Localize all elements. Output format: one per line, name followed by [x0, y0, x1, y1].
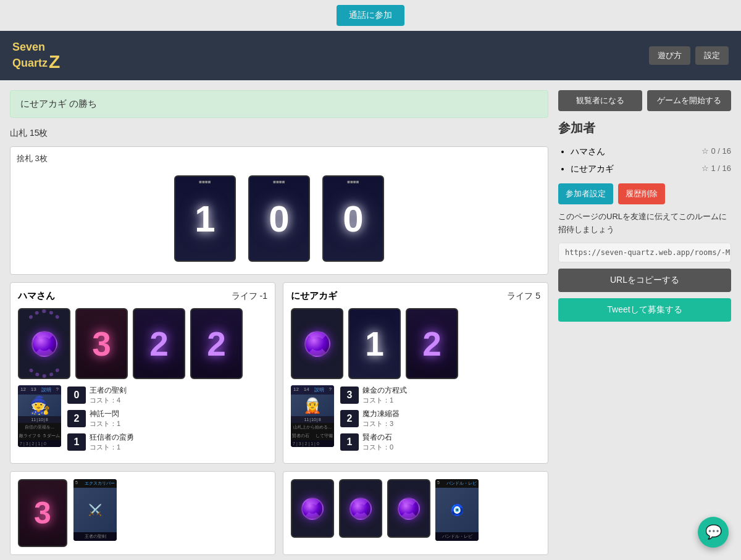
bottom-p2-skill-area: 5バンドル・レビ 🧿 バンドル・レビ — [435, 479, 540, 541]
chat-icon: 💬 — [705, 524, 722, 540]
p2-skill-3-name: 賢者の石 — [362, 432, 393, 443]
delete-history-button[interactable]: 履歴削除 — [618, 183, 665, 204]
player-1-card-2b: 2 — [190, 308, 243, 379]
p2-char-header: 1214説明? — [291, 385, 334, 395]
discard-card-2-value: 0 — [269, 198, 289, 240]
skill-2-cost-badge: 2 — [67, 410, 86, 427]
skill-item-3: 1 狂信者の蛮勇 コスト：1 — [67, 432, 267, 452]
bottom-p2-orb-1 — [291, 479, 334, 538]
p2-char-stats: 11| 10| 8 — [291, 416, 334, 423]
char-card-body: 🧙 — [18, 395, 61, 416]
skill-item-2: 2 神託一閃 コスト：1 — [67, 409, 267, 428]
game-area: にせアカギ の勝ち 山札 15枚 捨札 3枚 ■■■■ 1 ■■■■ 0 — [10, 90, 548, 555]
bottom-p2-skill-body: 🧿 — [435, 488, 479, 532]
discard-card-3-value: 0 — [343, 198, 363, 240]
player-1-char-card: 1213説明? 🧙 11| 10| 8 自信の至福を... 敵ライフ 65 ダ — [18, 385, 61, 447]
skill-1-cost-badge: 0 — [67, 387, 86, 404]
discard-card-1: ■■■■ 1 — [174, 175, 236, 262]
logo-text: Seven Quartz Z — [12, 41, 60, 70]
spectate-button[interactable]: 観覧者になる — [558, 90, 642, 111]
p2-char-numbers: 7| 3| 2| 1| 0 — [291, 440, 334, 447]
tweet-button[interactable]: Tweetして募集する — [558, 298, 731, 322]
p2-char-bottom: 賢者の石して守備 — [291, 432, 334, 440]
header: Seven Quartz Z 遊び方 設定 — [0, 31, 741, 80]
p2-skill-3-info: 賢者の石 コスト：0 — [362, 432, 393, 452]
players-grid: ハマさん ライフ -1 3 2 — [10, 282, 548, 464]
skill-2-name: 神託一閃 — [90, 409, 120, 419]
player-1-name: ハマさん — [18, 290, 55, 302]
player-2-card-1: 1 — [348, 308, 401, 379]
char-illustration: 🧙 — [18, 395, 61, 416]
player-2-skills-area: 1214説明? 🧝 11| 10| 8 山札上から始める... 賢者の石して守 — [291, 385, 540, 456]
player-2-cards: 1 2 — [291, 308, 540, 379]
discard-card-1-value: 1 — [195, 198, 215, 240]
top-bar: 通話に参加 — [0, 0, 741, 31]
sidebar-top-buttons: 観覧者になる ゲームを開始する — [558, 90, 731, 111]
skill-3-cost: コスト：1 — [90, 443, 134, 452]
p2-char-body: 🧝 — [291, 395, 334, 416]
bottom-skill-header: 5エクスカリバー — [73, 479, 117, 488]
p2-skill-2-cost: コスト：3 — [362, 419, 400, 428]
char-card-footer: 自信の至福を... — [18, 423, 61, 432]
participant-settings-button[interactable]: 参加者設定 — [558, 183, 613, 204]
skill-2-cost: コスト：1 — [90, 419, 120, 428]
win-notice: にせアカギ の勝ち — [10, 90, 548, 118]
player-2-name: にせアカギ — [291, 290, 337, 302]
start-game-button[interactable]: ゲームを開始する — [647, 90, 731, 111]
p2-skill-1-info: 錬金の方程式 コスト：1 — [362, 385, 407, 405]
p2-skill-item-2: 2 魔力凍縮器 コスト：3 — [340, 409, 540, 428]
logo: Seven Quartz Z — [12, 41, 60, 70]
player-2-char-card: 1214説明? 🧝 11| 10| 8 山札上から始める... 賢者の石して守 — [291, 385, 334, 447]
player-1-life: ライフ -1 — [232, 291, 267, 302]
player-section-1: ハマさん ライフ -1 3 2 — [10, 282, 275, 464]
char-card-header: 1213説明? — [18, 385, 61, 395]
settings-button[interactable]: 設定 — [695, 46, 729, 65]
bottom-p1-content: 3 5エクスカリバー ⚔️ 王者の聖剣 — [18, 479, 267, 547]
discard-card-2: ■■■■ 0 — [248, 175, 310, 262]
header-nav: 遊び方 設定 — [649, 46, 729, 65]
char-card-stats: 11| 10| 8 — [18, 416, 61, 423]
bottom-players-grid: 3 5エクスカリバー ⚔️ 王者の聖剣 — [10, 471, 548, 555]
participants-list: ハマさん ☆ 0 / 16 にせアカギ ☆ 1 / 16 — [558, 143, 731, 177]
player-2-life: ライフ 5 — [507, 291, 540, 302]
deck-info: 山札 15枚 — [10, 128, 548, 139]
discard-label: 捨札 3枚 — [17, 153, 542, 164]
discard-area: 捨札 3枚 ■■■■ 1 ■■■■ 0 ■■■■ 0 — [10, 146, 548, 275]
how-to-play-button[interactable]: 遊び方 — [649, 46, 690, 65]
p2-skill-1-cost-badge: 3 — [340, 387, 359, 404]
bottom-player-1: 3 5エクスカリバー ⚔️ 王者の聖剣 — [10, 471, 275, 555]
bottom-p2-orb-3 — [387, 479, 430, 538]
bottom-p2-skill-card: 5バンドル・レビ 🧿 バンドル・レビ — [435, 479, 479, 541]
chat-fab-button[interactable]: 💬 — [698, 517, 729, 548]
p2-skill-3-cost: コスト：0 — [362, 443, 393, 452]
win-text: にせアカギ の勝ち — [20, 98, 97, 109]
join-call-button[interactable]: 通話に参加 — [337, 5, 404, 26]
bottom-p2-skill-footer: バンドル・レビ — [435, 532, 479, 541]
skill-3-cost-badge: 1 — [67, 433, 86, 451]
p2-skill-2-cost-badge: 2 — [340, 410, 359, 427]
bottom-player-2: 5バンドル・レビ 🧿 バンドル・レビ — [283, 471, 548, 555]
skill-item-1: 0 王者の聖剣 コスト：4 — [67, 385, 267, 405]
deck-count: 山札 15枚 — [10, 128, 48, 138]
bottom-skill-body: ⚔️ — [73, 488, 117, 532]
bottom-p1-skill-area: 5エクスカリバー ⚔️ 王者の聖剣 — [73, 479, 267, 541]
skill-3-name: 狂信者の蛮勇 — [90, 432, 134, 443]
p2-skill-item-1: 3 錬金の方程式 コスト：1 — [340, 385, 540, 405]
participant-2-name: にせアカギ — [571, 160, 614, 177]
bottom-p2-orb-2 — [339, 479, 382, 538]
main-container: にせアカギ の勝ち 山札 15枚 捨札 3枚 ■■■■ 1 ■■■■ 0 — [0, 80, 741, 560]
copy-url-button[interactable]: URLをコピーする — [558, 269, 731, 292]
participant-item-1: ハマさん ☆ 0 / 16 — [571, 143, 731, 160]
skill-2-info: 神託一閃 コスト：1 — [90, 409, 120, 428]
player-2-card-2: 2 — [406, 308, 458, 379]
skill-1-info: 王者の聖剣 コスト：4 — [90, 385, 127, 405]
bottom-p1-card-3: 3 — [18, 479, 67, 547]
bottom-p2-skill-header: 5バンドル・レビ — [435, 479, 479, 488]
sidebar: 観覧者になる ゲームを開始する 参加者 ハマさん ☆ 0 / 16 にせアカギ … — [558, 90, 731, 322]
p2-skill-item-3: 1 賢者の石 コスト：0 — [340, 432, 540, 452]
skill-3-info: 狂信者の蛮勇 コスト：1 — [90, 432, 134, 452]
skill-1-cost: コスト：4 — [90, 396, 127, 405]
p2-char-illustration: 🧝 — [291, 395, 334, 416]
player-1-header: ハマさん ライフ -1 — [18, 290, 267, 302]
sidebar-action-buttons: 参加者設定 履歴削除 — [558, 183, 731, 204]
